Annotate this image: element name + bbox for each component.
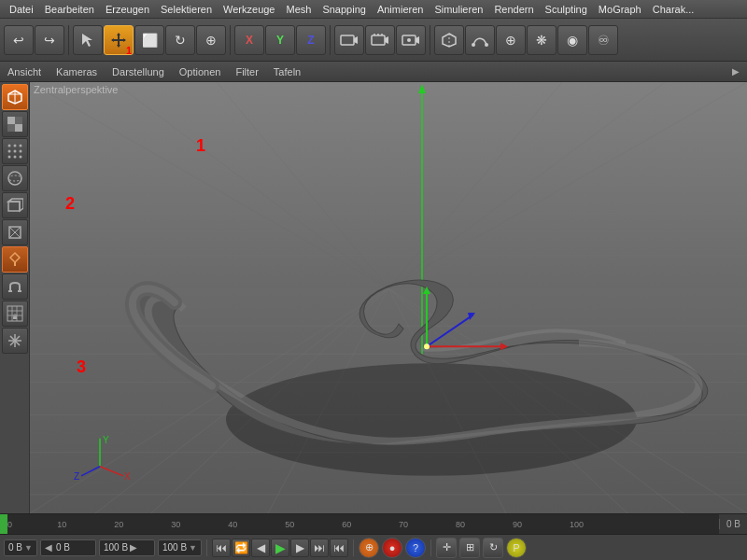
svg-point-33 bbox=[19, 150, 21, 153]
view-menu[interactable]: Ansicht bbox=[4, 66, 45, 77]
rb-refresh-button[interactable]: ↻ bbox=[483, 538, 503, 558]
tl-mark-100: 100 bbox=[570, 514, 584, 534]
menu-mesh[interactable]: Mesh bbox=[280, 4, 317, 15]
undo-redo-group: ↩ ↪ bbox=[4, 25, 69, 55]
cameras-menu[interactable]: Kameras bbox=[52, 66, 101, 77]
menu-rendern[interactable]: Rendern bbox=[488, 4, 539, 15]
bezier-button[interactable] bbox=[465, 25, 495, 55]
rotate-scale-button[interactable]: ⬜ bbox=[134, 25, 164, 55]
effector-button[interactable]: ◉ bbox=[557, 25, 587, 55]
toolbar2-expand-arrow[interactable]: ▶ bbox=[728, 66, 743, 77]
svg-marker-17 bbox=[443, 34, 456, 47]
sb-sphere-btn[interactable] bbox=[2, 165, 28, 191]
menu-charak[interactable]: Charak... bbox=[647, 4, 700, 15]
playbar-field4[interactable]: 100 B ▼ bbox=[158, 539, 202, 556]
field-button[interactable]: ♾ bbox=[588, 25, 618, 55]
menu-sculpting[interactable]: Sculpting bbox=[540, 4, 593, 15]
rb-help-button[interactable]: ? bbox=[405, 538, 426, 558]
playbar-field3-value: 100 B bbox=[104, 542, 128, 553]
playbar-field4-arrow[interactable]: ▼ bbox=[189, 543, 197, 553]
next-key-button[interactable]: ⏭ bbox=[310, 539, 329, 557]
x-axis-button[interactable]: X bbox=[234, 25, 264, 55]
svg-rect-55 bbox=[13, 316, 17, 319]
rb-layout-button[interactable]: ⊞ bbox=[459, 538, 480, 558]
sb-particle-btn[interactable] bbox=[2, 328, 28, 354]
tl-mark-70: 70 bbox=[399, 514, 408, 534]
tl-mark-30: 30 bbox=[171, 514, 180, 534]
svg-rect-25 bbox=[15, 124, 22, 132]
playbar-field1-arrow[interactable]: ▼ bbox=[24, 543, 33, 553]
timeline-track[interactable]: 0 10 20 30 40 50 60 70 80 90 100 bbox=[7, 514, 719, 534]
tl-mark-50: 50 bbox=[285, 514, 294, 534]
deformer-button[interactable]: ❋ bbox=[527, 25, 557, 55]
sb-box-btn[interactable] bbox=[2, 192, 28, 218]
viewport-canvas[interactable]: Y X Z 1 2 3 bbox=[30, 82, 747, 513]
menu-werkzeuge[interactable]: Werkzeuge bbox=[218, 4, 280, 15]
svg-marker-5 bbox=[111, 38, 114, 42]
sb-gridlock-btn[interactable] bbox=[2, 301, 28, 327]
rb-render-button[interactable]: P bbox=[506, 538, 527, 558]
play-button[interactable]: ▶ bbox=[271, 539, 289, 557]
filter-menu[interactable]: Filter bbox=[232, 66, 261, 77]
y-axis-button[interactable]: Y bbox=[265, 25, 295, 55]
camera2-button[interactable] bbox=[365, 25, 395, 55]
svg-marker-45 bbox=[10, 253, 20, 262]
display-menu[interactable]: Darstellung bbox=[108, 66, 168, 77]
sb-floor-btn[interactable] bbox=[2, 246, 28, 273]
options-menu[interactable]: Optionen bbox=[176, 66, 225, 77]
playbar-sep1 bbox=[206, 539, 207, 556]
sb-cube-btn[interactable] bbox=[2, 84, 28, 110]
svg-marker-4 bbox=[117, 45, 120, 48]
playbar-field2-arrow-left[interactable]: ◀ bbox=[45, 542, 52, 553]
playbar-field2[interactable]: ◀ 0 B bbox=[40, 539, 96, 556]
rb-orange-button[interactable]: ⊕ bbox=[359, 538, 379, 558]
svg-point-19 bbox=[472, 43, 475, 47]
rb-red-button[interactable]: ● bbox=[382, 538, 402, 558]
svg-rect-7 bbox=[341, 35, 354, 45]
z-axis-button[interactable]: Z bbox=[296, 25, 326, 55]
sb-checker-btn[interactable] bbox=[2, 111, 28, 137]
svg-point-35 bbox=[13, 156, 16, 159]
svg-point-37 bbox=[8, 172, 21, 185]
viewport[interactable]: Zentralperspektive bbox=[30, 82, 747, 513]
menu-snapping[interactable]: Snapping bbox=[317, 4, 372, 15]
move-tool-button[interactable]: 1 bbox=[104, 25, 134, 55]
sb-cube2-btn[interactable] bbox=[2, 219, 28, 245]
menu-animieren[interactable]: Animieren bbox=[372, 4, 430, 15]
generator-button[interactable]: ⊕ bbox=[496, 25, 526, 55]
menu-bearbeiten[interactable]: Bearbeiten bbox=[39, 4, 100, 15]
cube-primitive-button[interactable] bbox=[434, 25, 464, 55]
svg-marker-6 bbox=[123, 38, 126, 42]
playbar-field4-value: 100 B bbox=[162, 542, 187, 553]
transform-group: 1 ⬜ ↻ ⊕ bbox=[73, 25, 231, 55]
axis-group: X Y Z bbox=[234, 25, 331, 55]
rotate-button[interactable]: ↻ bbox=[165, 25, 195, 55]
sb-grid-btn[interactable] bbox=[2, 138, 28, 164]
tl-mark-60: 60 bbox=[342, 514, 351, 534]
select-tool-button[interactable] bbox=[73, 25, 103, 55]
undo-button[interactable]: ↩ bbox=[4, 25, 34, 55]
menu-mograph[interactable]: MoGraph bbox=[593, 4, 647, 15]
playbar-field3[interactable]: 100 B ▶ bbox=[99, 539, 155, 556]
svg-point-34 bbox=[7, 156, 10, 159]
next-frame-button[interactable]: ▶ bbox=[290, 539, 309, 557]
scale-button[interactable]: ⊕ bbox=[196, 25, 226, 55]
playbar-field3-arrow-right[interactable]: ▶ bbox=[130, 542, 137, 553]
menu-erzeugen[interactable]: Erzeugen bbox=[100, 4, 155, 15]
playbar-field1[interactable]: 0 B ▼ bbox=[4, 539, 37, 556]
svg-point-94 bbox=[424, 343, 430, 349]
loop-button[interactable]: 🔁 bbox=[232, 539, 250, 557]
menu-simulieren[interactable]: Simulieren bbox=[429, 4, 488, 15]
prev-frame-button[interactable]: ◀ bbox=[251, 539, 270, 557]
redo-button[interactable]: ↪ bbox=[35, 25, 64, 55]
menu-datei[interactable]: Datei bbox=[4, 4, 39, 15]
camera3-button[interactable] bbox=[396, 25, 426, 55]
camera1-button[interactable] bbox=[334, 25, 364, 55]
go-end-button[interactable]: ⏮ bbox=[330, 539, 348, 557]
sb-magnet-btn[interactable] bbox=[2, 273, 28, 300]
go-start-button[interactable]: ⏮ bbox=[212, 539, 231, 557]
rb-move-button[interactable]: ✛ bbox=[436, 538, 457, 558]
primitives-group: ⊕ ❋ ◉ ♾ bbox=[434, 25, 622, 55]
panels-menu[interactable]: Tafeln bbox=[270, 66, 304, 77]
menu-selektieren[interactable]: Selektieren bbox=[155, 4, 218, 15]
